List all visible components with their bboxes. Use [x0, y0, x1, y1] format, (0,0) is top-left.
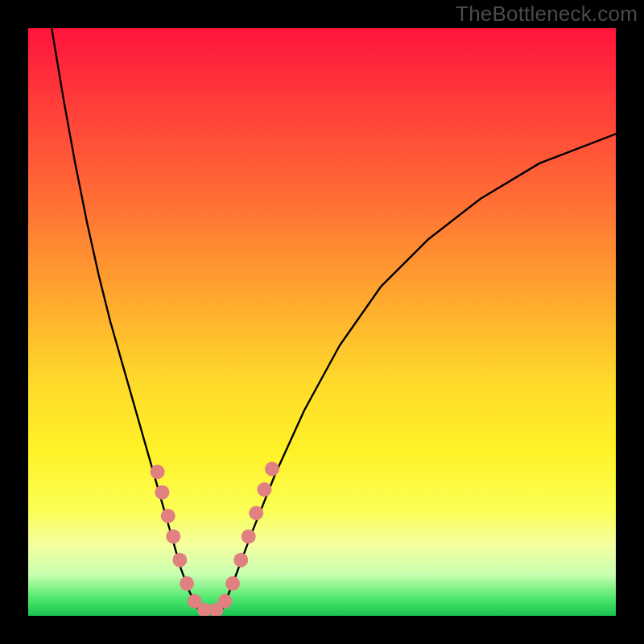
- curve-overlay: [28, 28, 616, 616]
- marker-dot: [233, 553, 248, 568]
- marker-dot: [155, 485, 169, 500]
- marker-dot: [151, 464, 165, 479]
- marker-dot: [265, 462, 279, 477]
- marker-dot: [249, 506, 263, 520]
- marker-dot: [161, 509, 175, 523]
- curve-right-curve: [222, 134, 616, 609]
- plot-area: [28, 28, 616, 616]
- curve-left-curve: [52, 28, 199, 610]
- marker-dot: [242, 529, 256, 543]
- marker-dot: [172, 553, 187, 568]
- marker-dot: [180, 576, 194, 591]
- chart-frame: TheBottleneck.com: [0, 0, 644, 644]
- marker-dot: [225, 576, 240, 591]
- marker-dot: [218, 594, 233, 609]
- marker-dot: [166, 529, 180, 543]
- marker-dot: [257, 482, 271, 497]
- watermark-text: TheBottleneck.com: [456, 2, 638, 27]
